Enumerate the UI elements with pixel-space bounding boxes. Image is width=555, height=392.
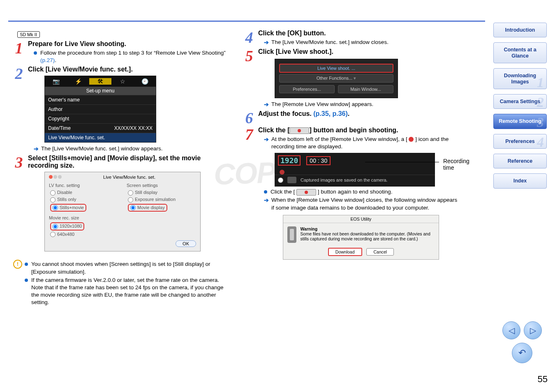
recording-time-label: Recording time	[443, 158, 469, 171]
back-button[interactable]: ↶	[512, 343, 532, 363]
menu-datetime: Date/TimeXX/XX/XX XX:XX	[45, 123, 156, 133]
record-button-icon	[289, 127, 309, 134]
step7-sub: At the bottom left of the [Remote Live V…	[271, 136, 460, 150]
live-view-shoot-button: Live View shoot. ...	[279, 64, 393, 73]
bullet-icon	[25, 263, 28, 266]
opt-640: 640x480	[49, 231, 118, 238]
opt-stills-only: Stills only	[49, 196, 118, 203]
step6-title: Adjust the focus. (p.35, p.36).	[258, 110, 460, 118]
nav-introduction[interactable]: Introduction	[493, 23, 547, 37]
nav-remote-shooting[interactable]: Remote Shooting3	[493, 114, 547, 129]
nav-downloading[interactable]: Downloading Images1	[493, 68, 547, 89]
tab-star-icon: ☆	[111, 78, 134, 85]
tab-camera-icon: 📷	[45, 78, 67, 85]
caution-text-2: If the camera firmware is Ver.2.0.0 or l…	[31, 277, 226, 307]
step4-title: Click the [OK] button.	[258, 30, 460, 37]
after-text-1: Click the [ ] button again to end shooti…	[271, 188, 392, 196]
page-nav-buttons: ◁ ▷ ↶	[497, 321, 547, 363]
page-link-35-36[interactable]: (p.35, p.36)	[313, 110, 348, 117]
camera-icon	[287, 177, 296, 183]
nav-camera-settings[interactable]: Camera Settings2	[493, 94, 547, 109]
eos-utility-dialog: EOS Utility Warning Some files have not …	[283, 215, 439, 260]
sidebar-nav: Introduction Contents at a Glance Downlo…	[489, 23, 551, 194]
step-number-2: 2	[12, 66, 25, 81]
warning-heading: Warning	[301, 226, 318, 231]
download-button: Download	[328, 248, 362, 256]
step1-title: Prepare for Live View shooting.	[28, 40, 230, 48]
step-number-7: 7	[243, 127, 256, 142]
arrow-icon: ➔	[264, 136, 269, 143]
tab-flash-icon: ⚡	[67, 78, 89, 85]
nav-contents[interactable]: Contents at a Glance	[493, 42, 547, 63]
bullet-icon	[25, 279, 28, 282]
menu-copyright: Copyright	[45, 114, 156, 123]
opt-movie-display: Movie display	[127, 203, 196, 212]
step-number-3: 3	[12, 154, 25, 170]
cancel-button: Cancel	[366, 248, 394, 256]
step1-text: Follow the procedure from step 1 to step…	[40, 49, 230, 64]
opt-disable: Disable	[49, 189, 118, 196]
arrow-icon: ➔	[264, 101, 269, 108]
record-button-icon	[296, 189, 316, 196]
camera-badge: 5D Mk II	[17, 31, 40, 38]
nav-index[interactable]: Index	[493, 173, 547, 188]
step2-title: Click [Live View/Movie func. set.].	[28, 66, 230, 73]
lv-func-dialog: Live View/Movie func. set. LV func. sett…	[44, 172, 201, 251]
save-location-radio	[278, 178, 283, 183]
tab-tools-icon: 🛠	[89, 78, 111, 85]
setup-menu-label: Set-up menu	[45, 87, 156, 95]
arrow-icon: ➔	[264, 196, 269, 204]
movie-rec-heading: Movie rec. size	[49, 215, 118, 220]
step-number-5: 5	[243, 48, 256, 64]
next-page-button[interactable]: ▷	[524, 321, 542, 339]
button-panel-screenshot: Live View shoot. ... Other Functions... …	[275, 59, 398, 98]
warning-message: Some files have not been downloaded to t…	[301, 231, 430, 241]
opt-stills-movie: Stills+movie	[49, 203, 118, 212]
nav-reference[interactable]: Reference	[493, 154, 547, 168]
recording-status-screenshot: 1920 00 : 30 Captured images are saved o…	[275, 153, 435, 187]
preferences-button: Preferences...	[279, 85, 335, 93]
dialog-titlebar: EOS Utility	[283, 215, 439, 223]
dialog-title: Live View/Movie func. set.	[49, 175, 196, 181]
bullet-icon	[264, 190, 267, 194]
step7-title: Click the [] button and begin shooting.	[258, 127, 460, 134]
recording-time-display: 00 : 30	[306, 156, 331, 165]
arrow-icon: ➔	[34, 145, 39, 153]
bullet-icon	[34, 51, 37, 55]
menu-owner: Owner's name	[45, 95, 156, 104]
resolution-indicator: 1920	[278, 155, 301, 166]
page-link-27[interactable]: (p.27)	[40, 57, 55, 63]
tab-clock-icon: 🕘	[134, 78, 156, 85]
screen-settings-heading: Screen settings	[127, 183, 196, 188]
dialog-app-icon	[287, 226, 296, 243]
arrow-icon: ➔	[264, 39, 269, 46]
nav-preferences[interactable]: Preferences4	[493, 134, 547, 149]
caution-icon: !	[13, 260, 22, 269]
main-window-button: Main Window...	[338, 85, 393, 93]
step5-sub: The [Remote Live View window] appears.	[271, 101, 373, 108]
callout-line	[365, 162, 439, 162]
opt-exposure-sim: Exposure simulation	[127, 196, 196, 203]
other-functions-button: Other Functions...	[279, 74, 393, 83]
step-number-6: 6	[243, 110, 256, 126]
save-message: Captured images are saved on the camera.	[301, 178, 388, 182]
opt-1920: 1920x1080	[49, 222, 118, 231]
setup-menu-screenshot: 📷 ⚡ 🛠 ☆ 🕘 Set-up menu Owner's name Autho…	[44, 76, 156, 143]
ok-button: OK	[176, 240, 196, 247]
step-number-1: 1	[12, 40, 25, 56]
step-number-4: 4	[243, 30, 256, 45]
menu-lv-func-set: Live View/Movie func. set.	[45, 133, 156, 142]
page-number: 55	[538, 374, 548, 385]
prev-page-button[interactable]: ◁	[502, 321, 520, 339]
record-indicator-icon	[280, 170, 284, 175]
step5-title: Click [Live View shoot.].	[258, 48, 460, 55]
caution-text-1: You cannot shoot movies when [Screen set…	[31, 261, 226, 275]
after-text-2: When the [Remote Live View window] close…	[271, 196, 460, 211]
menu-author: Author	[45, 104, 156, 114]
record-dot-icon	[409, 137, 414, 142]
lv-func-heading: LV func. setting	[49, 183, 118, 188]
step4-sub: The [Live View/Movie func. set.] window …	[271, 39, 388, 46]
opt-still-display: Still display	[127, 189, 196, 196]
step3-title: Select [Stills+movie] and [Movie display…	[28, 154, 230, 169]
step2-sub: The [Live View/Movie func. set.] window …	[41, 145, 162, 152]
